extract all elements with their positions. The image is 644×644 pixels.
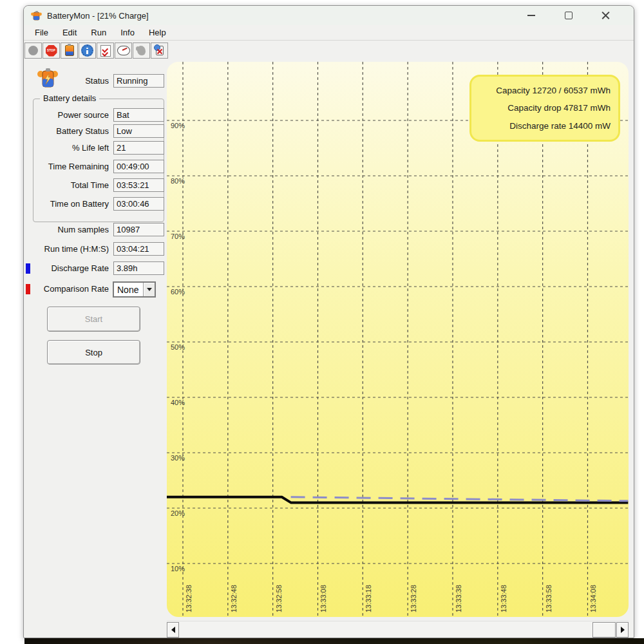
x-axis-label: 13:33:18 <box>365 585 372 612</box>
silhouette-icon <box>137 46 146 55</box>
window-controls <box>513 6 625 25</box>
status-field[interactable]: Running <box>113 74 164 88</box>
capacity-line: Capacity 12720 / 60537 mWh <box>475 86 611 95</box>
toolbar-system-info-button[interactable] <box>79 43 96 59</box>
menu-item-edit[interactable]: Edit <box>55 26 84 39</box>
title-bar: BatteryMon - [21% Charge] <box>24 6 634 25</box>
discharge-rate-label: Discharge Rate <box>26 263 109 273</box>
run-time-field[interactable]: 03:04:21 <box>113 242 164 256</box>
total-time-label: Total Time <box>26 180 109 190</box>
time-remaining-label: Time Remaining <box>26 162 109 171</box>
maximize-button[interactable] <box>550 6 587 25</box>
battery-chart: Capacity 12720 / 60537 mWh Capacity drop… <box>167 62 629 617</box>
start-icon <box>28 46 38 55</box>
x-axis-label: 13:32:48 <box>230 585 238 612</box>
x-axis-label: 13:34:08 <box>589 585 597 612</box>
menu-item-help[interactable]: Help <box>142 26 173 39</box>
x-axis-label: 13:33:48 <box>500 585 507 612</box>
toolbar-battery-alert-button[interactable] <box>151 43 168 59</box>
y-axis-label: 20% <box>171 509 185 517</box>
battery-status-field[interactable]: Low <box>113 124 164 138</box>
stop-icon: STOP <box>46 45 57 57</box>
life-left-field[interactable]: 21 <box>113 141 164 155</box>
batterymon-window: BatteryMon - [21% Charge] File Edit Run … <box>23 5 634 638</box>
x-axis-label: 13:33:38 <box>455 585 462 612</box>
menu-item-run[interactable]: Run <box>84 26 113 39</box>
menu-item-file[interactable]: File <box>28 26 55 39</box>
toolbar-silhouette-button[interactable] <box>133 43 150 59</box>
window-title: BatteryMon - [21% Charge] <box>47 11 149 21</box>
time-on-battery-label: Time on Battery <box>26 199 109 209</box>
y-axis-label: 60% <box>171 288 185 296</box>
x-axis-label: 13:32:58 <box>275 585 283 612</box>
y-axis-label: 50% <box>171 343 185 351</box>
stop-button[interactable]: Stop <box>47 340 140 365</box>
battery-details-title: Battery details <box>40 93 99 103</box>
toolbar-battery-info-button[interactable] <box>61 43 78 59</box>
arrow-left-icon <box>171 627 175 633</box>
battery-icon <box>65 45 74 56</box>
desktop-background <box>24 638 644 644</box>
power-source-field[interactable]: Bat <box>113 108 164 122</box>
menu-bar: File Edit Run Info Help <box>24 25 634 41</box>
y-axis-label: 90% <box>171 122 185 129</box>
discharge-rate-field[interactable]: 3.89h <box>113 261 164 275</box>
comparison-rate-dropdown[interactable]: None <box>113 281 156 298</box>
maximize-icon <box>565 12 573 19</box>
y-axis-label: 80% <box>171 177 185 185</box>
total-time-field[interactable]: 03:53:21 <box>113 178 164 192</box>
close-button[interactable] <box>587 6 625 25</box>
minimize-button[interactable] <box>513 6 550 25</box>
x-axis-label: 13:33:58 <box>545 585 553 612</box>
minimize-icon <box>527 15 535 16</box>
toolbar-log-button[interactable] <box>97 43 114 59</box>
app-battery-icon <box>30 10 42 21</box>
gauge-icon <box>117 46 130 55</box>
series-comparison-trend <box>291 497 629 501</box>
battery-alert-icon <box>156 46 164 55</box>
checklist-icon <box>100 45 111 57</box>
num-samples-field[interactable]: 10987 <box>113 223 164 236</box>
comparison-rate-label: Comparison Rate <box>26 284 109 294</box>
scroll-right-button[interactable] <box>616 622 629 638</box>
chart-info-box: Capacity 12720 / 60537 mWh Capacity drop… <box>469 75 620 142</box>
battery-status-label: Battery Status <box>26 126 109 136</box>
time-on-battery-field[interactable]: 03:00:46 <box>113 197 164 211</box>
scrollbar-thumb[interactable] <box>592 622 616 638</box>
status-label: Status <box>26 76 109 86</box>
run-time-label: Run time (H:M:S) <box>26 244 109 254</box>
toolbar: STOP <box>24 41 634 61</box>
comparison-rate-value: None <box>114 285 143 295</box>
x-axis-label: 13:33:28 <box>410 585 417 612</box>
power-source-label: Power source <box>26 110 109 120</box>
time-remaining-field[interactable]: 00:49:00 <box>113 160 164 173</box>
start-button[interactable]: Start <box>47 307 140 332</box>
arrow-right-icon <box>621 627 625 633</box>
y-axis-label: 70% <box>171 232 185 240</box>
gear-info-icon <box>81 44 93 57</box>
dropdown-arrow-button[interactable] <box>143 283 155 296</box>
y-axis-label: 40% <box>171 399 185 406</box>
scroll-left-button[interactable] <box>167 622 179 638</box>
toolbar-gauge-button[interactable] <box>115 43 132 59</box>
discharge-rate-line: Discharge rate 14400 mW <box>475 121 611 131</box>
chevron-down-icon <box>147 288 152 291</box>
capacity-drop-line: Capacity drop 47817 mWh <box>475 103 611 113</box>
num-samples-label: Num samples <box>26 225 109 234</box>
toolbar-start-button[interactable] <box>24 43 42 59</box>
toolbar-stop-button[interactable]: STOP <box>43 43 60 59</box>
life-left-label: % Life left <box>26 143 109 153</box>
x-axis-label: 13:32:38 <box>185 585 193 612</box>
y-axis-label: 10% <box>171 565 185 573</box>
menu-item-info[interactable]: Info <box>113 26 142 39</box>
y-axis-label: 30% <box>171 454 185 462</box>
chart-canvas <box>167 62 629 617</box>
horizontal-scrollbar[interactable] <box>167 621 629 638</box>
x-axis-label: 13:33:08 <box>319 585 327 612</box>
